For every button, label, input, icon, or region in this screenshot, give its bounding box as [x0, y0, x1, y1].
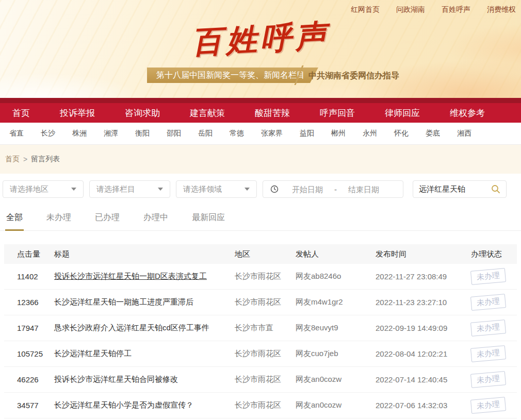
field-select[interactable]: 请选择领域	[176, 180, 257, 198]
region-item-zhangjiajie[interactable]: 张家界	[261, 129, 283, 138]
row-time: 2022-11-23 23:27:10	[376, 298, 471, 307]
status-badge: 未办理	[470, 320, 506, 337]
nav-item-complaints[interactable]: 投诉举报	[60, 107, 95, 119]
region-nav: 省直 长沙 株洲 湘潭 衡阳 邵阳 岳阳 常德 张家界 益阳 郴州 永州 怀化 …	[0, 123, 521, 145]
table-row[interactable]: 11402 投诉长沙市远洋红星天铂一期D区表演式复工 长沙市雨花区 网友ab82…	[4, 264, 517, 290]
row-clicks: 17947	[17, 324, 54, 332]
date-range-separator: -	[334, 185, 337, 194]
row-title-link[interactable]: 长沙远洋红星天铂一期施工进度严重滞后	[54, 297, 235, 307]
top-nav: 红网首页 问政湖南 百姓呼声 消费维权	[351, 5, 516, 14]
nav-item-home[interactable]: 首页	[12, 107, 30, 119]
nav-item-suggestions[interactable]: 建言献策	[190, 107, 225, 119]
search-input[interactable]	[419, 185, 491, 194]
status-badge: 未办理	[470, 268, 506, 285]
region-item-huaihua[interactable]: 怀化	[394, 129, 409, 138]
region-item-xiangxi[interactable]: 湘西	[457, 129, 471, 138]
row-region: 长沙市市直	[235, 323, 296, 333]
row-clicks: 46226	[17, 375, 54, 384]
row-region: 长沙市雨花区	[235, 375, 296, 384]
tab-processed[interactable]: 已办理	[94, 212, 121, 230]
row-time: 2022-11-27 23:08:49	[376, 272, 471, 281]
category-select-placeholder: 请选择栏目	[96, 184, 135, 194]
row-time: 2022-07-06 14:32:03	[376, 401, 471, 410]
region-item-hengyang[interactable]: 衡阳	[135, 129, 150, 138]
region-select-placeholder: 请选择地区	[10, 184, 48, 194]
site-banner: 红网首页 问政湖南 百姓呼声 消费维权 百姓呼声 第十八届中国新闻奖一等奖、新闻…	[0, 0, 521, 98]
nav-item-lawyer-reply[interactable]: 律师回应	[385, 107, 420, 119]
status-badge: 未办理	[470, 294, 506, 311]
row-title-link[interactable]: 长沙远洋红星天铂小学是否为虚假宣传？	[54, 400, 235, 410]
table-header-row: 点击量 标题 地区 发帖人 发布时间 办理状态	[4, 244, 517, 264]
filter-bar: 请选择地区 请选择栏目 请选择领域 -	[0, 174, 521, 206]
search-field[interactable]	[413, 180, 507, 198]
row-poster: 网友8euvyt9	[296, 323, 376, 333]
region-item-shaoyang[interactable]: 邵阳	[167, 129, 181, 138]
row-title-link[interactable]: 投诉长沙市远洋红星天铂一期D区表演式复工	[54, 272, 235, 281]
nav-item-voice-echo[interactable]: 呼声回音	[320, 107, 355, 119]
guidance-text: 中共湖南省委网信办指导	[308, 71, 399, 81]
region-item-changde[interactable]: 常德	[230, 129, 244, 138]
tab-in-progress[interactable]: 办理中	[142, 212, 169, 230]
top-link-ask-hunan[interactable]: 问政湖南	[396, 5, 425, 14]
search-icon[interactable]	[491, 184, 500, 194]
region-item-xiangtan[interactable]: 湘潭	[104, 129, 118, 138]
start-date-input[interactable]	[286, 185, 329, 194]
top-link-consumer-rights[interactable]: 消费维权	[487, 5, 516, 14]
tab-latest-replies[interactable]: 最新回应	[191, 212, 226, 230]
row-poster: 网友m4w1gr2	[296, 297, 376, 307]
message-list-table: 点击量 标题 地区 发帖人 发布时间 办理状态 11402 投诉长沙市远洋红星天…	[4, 244, 517, 418]
row-time: 2022-07-14 12:40:45	[376, 375, 471, 384]
row-poster: 网友ab8246o	[296, 272, 376, 281]
table-row[interactable]: 17947 恳求长沙政府介入远洋红星天铂cd区停工事件 长沙市市直 网友8euv…	[4, 315, 517, 341]
top-link-rednet-home[interactable]: 红网首页	[351, 5, 380, 14]
row-region: 长沙市雨花区	[235, 400, 296, 410]
region-item-yueyang[interactable]: 岳阳	[198, 129, 213, 138]
tab-all[interactable]: 全部	[5, 212, 24, 231]
row-time: 2022-08-04 12:02:21	[376, 349, 471, 358]
region-select[interactable]: 请选择地区	[3, 180, 84, 198]
row-title-link[interactable]: 长沙远洋红星天铂停工	[54, 349, 235, 359]
row-region: 长沙市雨花区	[235, 272, 296, 281]
region-item-yiyang[interactable]: 益阳	[300, 129, 314, 138]
row-title-link[interactable]: 恳求长沙政府介入远洋红星天铂cd区停工事件	[54, 323, 235, 333]
row-poster: 网友cuo7jeb	[296, 349, 376, 359]
status-badge: 未办理	[470, 371, 506, 388]
table-row[interactable]: 34577 长沙远洋红星天铂小学是否为虚假宣传？ 长沙市雨花区 网友an0coz…	[4, 393, 517, 418]
nav-item-life-stories[interactable]: 酸甜苦辣	[255, 107, 290, 119]
end-date-input[interactable]	[342, 185, 385, 194]
region-item-loudi[interactable]: 娄底	[426, 129, 440, 138]
row-region: 长沙市雨花区	[235, 349, 296, 359]
row-clicks: 12366	[17, 298, 54, 307]
site-logo[interactable]: 百姓呼声	[190, 15, 331, 64]
clock-icon	[270, 185, 279, 193]
region-item-yongzhou[interactable]: 永州	[363, 129, 377, 138]
breadcrumb: 首页 > 留言列表	[0, 145, 521, 174]
award-ribbon: 第十八届中国新闻奖一等奖、新闻名栏目	[147, 68, 318, 83]
region-item-zhuzhou[interactable]: 株洲	[72, 129, 87, 138]
breadcrumb-home-link[interactable]: 首页	[5, 155, 20, 164]
row-clicks: 105725	[17, 349, 54, 358]
table-row[interactable]: 12366 长沙远洋红星天铂一期施工进度严重滞后 长沙市雨花区 网友m4w1gr…	[4, 290, 517, 315]
region-item-changsha[interactable]: 长沙	[41, 129, 55, 138]
table-row[interactable]: 105725 长沙远洋红星天铂停工 长沙市雨花区 网友cuo7jeb 2022-…	[4, 341, 517, 367]
region-item-shengzhi[interactable]: 省直	[9, 129, 24, 138]
region-item-chenzhou[interactable]: 郴州	[331, 129, 346, 138]
status-badge: 未办理	[470, 397, 506, 414]
table-row[interactable]: 46226 投诉长沙市远洋红星天铂合同被修改 长沙市雨花区 网友an0cozw …	[4, 367, 517, 393]
header-title: 标题	[54, 249, 235, 259]
tab-unprocessed[interactable]: 未办理	[45, 212, 72, 230]
header-clicks: 点击量	[17, 249, 54, 259]
main-nav: 首页 投诉举报 咨询求助 建言献策 酸甜苦辣 呼声回音 律师回应 维权参考	[0, 98, 521, 123]
status-tabs: 全部 未办理 已办理 办理中 最新回应	[0, 206, 521, 231]
row-clicks: 34577	[17, 401, 54, 410]
row-poster: 网友an0cozw	[296, 375, 376, 384]
category-select[interactable]: 请选择栏目	[89, 180, 170, 198]
nav-item-rights-reference[interactable]: 维权参考	[450, 107, 485, 119]
date-range-picker[interactable]: -	[263, 180, 403, 198]
row-title-link[interactable]: 投诉长沙市远洋红星天铂合同被修改	[54, 375, 235, 384]
chevron-down-icon	[71, 188, 76, 191]
nav-item-consult[interactable]: 咨询求助	[125, 107, 160, 119]
header-status: 办理状态	[471, 249, 517, 259]
chevron-down-icon	[158, 188, 163, 191]
top-link-voice-of-people[interactable]: 百姓呼声	[442, 5, 470, 14]
